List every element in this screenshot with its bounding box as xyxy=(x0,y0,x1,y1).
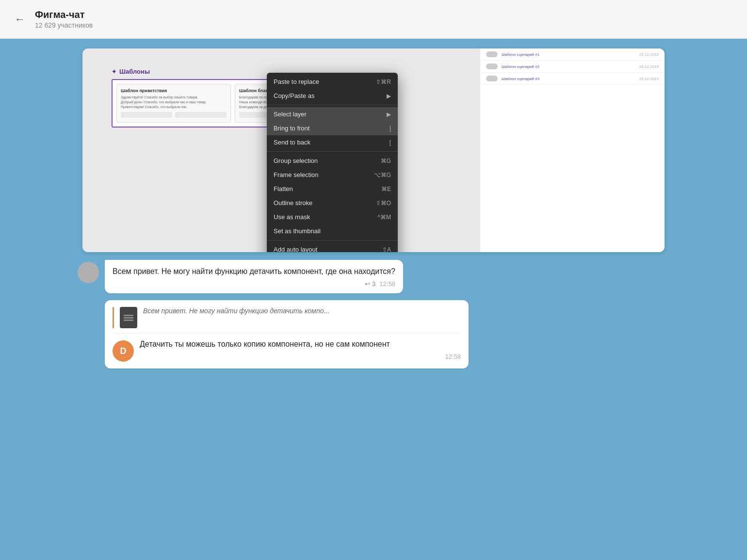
back-button[interactable]: ← xyxy=(15,13,25,26)
menu-shortcut: ⌥⌘G xyxy=(374,172,391,178)
reply-border xyxy=(113,307,114,328)
menu-section-1: Paste to replace ⇧⌘R Copy/Paste as ▶ xyxy=(267,73,398,105)
table-row: Шаблон сценарий #1 25.12.2019 xyxy=(480,48,665,61)
menu-item-label: Use as mask xyxy=(274,213,310,221)
template-card-text2: Добрый день! Спасибо, что выбрали нас и … xyxy=(121,100,227,105)
reply-preview-text: Всем привет. Не могу найти функцию детач… xyxy=(143,307,329,328)
header: ← Фигма-чат 12 629 участников xyxy=(0,0,747,39)
message-content: Детачить ты можешь только копию компонен… xyxy=(140,338,461,360)
reply-preview: Всем привет. Не могу найти функцию детач… xyxy=(113,307,461,334)
menu-item-select-layer[interactable]: Select layer ▶ xyxy=(267,107,398,121)
menu-item-label: Paste to replace xyxy=(274,78,319,85)
content-area: Шаблон сценарий #1 25.12.2019 Шаблон сце… xyxy=(0,39,747,560)
template-card-title: Шаблон приветствия xyxy=(121,88,227,93)
message-text: Всем привет. Не могу найти функцию детач… xyxy=(113,266,395,277)
menu-section-4: Add auto layout ⇧A Main component ▶ Plug… xyxy=(267,240,398,252)
reply-bubble: Всем привет. Не могу найти функцию детач… xyxy=(105,300,469,368)
menu-shortcut: ⌘G xyxy=(381,158,391,164)
toggle-switch xyxy=(486,51,498,57)
menu-shortcut: ⌘E xyxy=(381,186,391,192)
template-card-text3: Приветствуем! Спасибо, что выбрали нас. xyxy=(121,105,227,110)
message-row-2-inner: D Детачить ты можешь только копию компон… xyxy=(113,338,461,362)
menu-shortcut: [ xyxy=(390,139,391,146)
menu-item-add-auto-layout[interactable]: Add auto layout ⇧A xyxy=(267,242,398,252)
avatar-d: D xyxy=(113,340,134,362)
row-label: Шаблон сценарий #1 xyxy=(502,52,539,57)
menu-item-flatten[interactable]: Flatten ⌘E xyxy=(267,182,398,196)
preview-line xyxy=(124,315,133,316)
message-text: Детачить ты можешь только копию компонен… xyxy=(140,338,461,350)
message-bubble-1: Всем привет. Не могу найти функцию детач… xyxy=(105,260,403,293)
chat-title: Фигма-чат xyxy=(35,9,93,20)
menu-item-label: Set as thumbnail xyxy=(274,227,321,235)
preview-line xyxy=(124,317,133,319)
toggle-switch xyxy=(486,76,498,81)
menu-item-label: Send to back xyxy=(274,139,310,146)
menu-shortcut: ⇧A xyxy=(382,246,391,253)
message-time: 12:58 xyxy=(445,353,461,360)
menu-item-use-as-mask[interactable]: Use as mask ^⌘M xyxy=(267,210,398,224)
template-card-text: Здравствуйте! Спасибо за выбор нашего то… xyxy=(121,95,227,100)
submenu-arrow-icon: ▶ xyxy=(387,111,391,118)
table-row: Шаблон сценарий #3 25.12.2019 xyxy=(480,73,665,85)
menu-item-copy-paste-as[interactable]: Copy/Paste as ▶ xyxy=(267,89,398,103)
menu-item-set-thumbnail[interactable]: Set as thumbnail xyxy=(267,224,398,238)
submenu-arrow-icon: ▶ xyxy=(387,93,391,99)
menu-item-label: Frame selection xyxy=(274,171,318,178)
toggle-switch xyxy=(486,64,498,69)
menu-item-group-selection[interactable]: Group selection ⌘G xyxy=(267,154,398,168)
message-meta: ↩ 3 12:58 xyxy=(113,280,395,288)
menu-item-bring-to-front[interactable]: Bring to front ] xyxy=(267,121,398,135)
menu-section-2: Select layer ▶ Bring to front ] Send to … xyxy=(267,105,398,152)
figma-screenshot-bubble: Шаблон сценарий #1 25.12.2019 Шаблон сце… xyxy=(82,48,665,252)
reply-preview-icon xyxy=(120,307,137,328)
preview-line xyxy=(124,320,133,321)
row-date: 25.12.2019 xyxy=(639,77,659,81)
message-row-1: Всем привет. Не могу найти функцию детач… xyxy=(78,260,669,293)
menu-item-label: Copy/Paste as xyxy=(274,92,315,99)
menu-shortcut: ⇧⌘R xyxy=(376,79,391,85)
template-btn xyxy=(121,112,172,118)
row-date: 25.12.2019 xyxy=(639,64,659,69)
menu-shortcut: ⇧⌘O xyxy=(376,200,391,207)
menu-item-paste-replace[interactable]: Paste to replace ⇧⌘R xyxy=(267,75,398,89)
messages-area: Всем привет. Не могу найти функцию детач… xyxy=(0,260,747,368)
menu-item-label: Add auto layout xyxy=(274,246,317,252)
figma-canvas-area: Шаблон сценарий #1 25.12.2019 Шаблон сце… xyxy=(82,48,665,252)
template-card-1: Шаблон приветствия Здравствуйте! Спасибо… xyxy=(116,84,231,123)
row-label: Шаблон сценарий #3 xyxy=(502,77,539,81)
template-card-footer xyxy=(121,112,227,118)
table-row: Шаблон сценарий #2 25.12.2019 xyxy=(480,61,665,73)
menu-item-send-to-back[interactable]: Send to back [ xyxy=(267,135,398,149)
template-btn xyxy=(175,112,227,118)
menu-item-label: Group selection xyxy=(274,157,318,164)
figma-context-menu: Paste to replace ⇧⌘R Copy/Paste as ▶ Sel… xyxy=(267,73,398,252)
figma-table-background: Шаблон сценарий #1 25.12.2019 Шаблон сце… xyxy=(480,48,665,252)
header-info: Фигма-чат 12 629 участников xyxy=(35,9,93,29)
message-meta: 12:58 xyxy=(140,353,461,360)
menu-item-label: Bring to front xyxy=(274,125,309,132)
menu-section-3: Group selection ⌘G Frame selection ⌥⌘G F… xyxy=(267,152,398,240)
member-count: 12 629 участников xyxy=(35,21,93,29)
avatar xyxy=(78,262,99,283)
row-label: Шаблон сценарий #2 xyxy=(502,64,539,69)
menu-item-label: Select layer xyxy=(274,111,307,118)
menu-shortcut: ^⌘M xyxy=(377,214,391,221)
menu-item-outline-stroke[interactable]: Outline stroke ⇧⌘O xyxy=(267,196,398,210)
menu-item-label: Flatten xyxy=(274,185,293,192)
reply-count: ↩ 3 xyxy=(365,280,375,288)
menu-shortcut: ] xyxy=(390,125,391,132)
menu-item-frame-selection[interactable]: Frame selection ⌥⌘G xyxy=(267,168,398,182)
menu-item-label: Outline stroke xyxy=(274,199,312,207)
row-date: 25.12.2019 xyxy=(639,52,659,57)
message-time: 12:58 xyxy=(379,280,395,288)
